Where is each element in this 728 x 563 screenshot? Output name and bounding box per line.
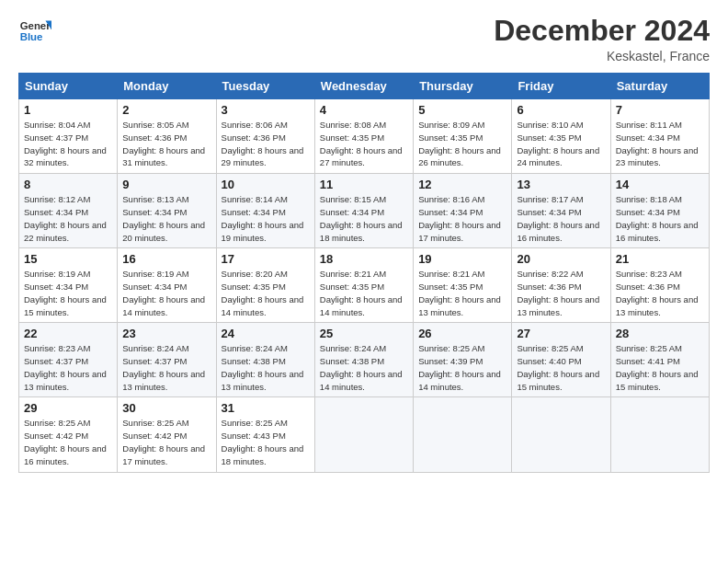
day-number: 10 xyxy=(222,178,310,191)
day-number: 24 xyxy=(222,327,310,340)
day-cell-1: 1Sunrise: 8:04 AMSunset: 4:37 PMDaylight… xyxy=(19,99,118,174)
day-info: Sunrise: 8:23 AMSunset: 4:36 PMDaylight:… xyxy=(616,268,704,318)
day-number: 17 xyxy=(222,252,310,266)
title-block: December 2024 Keskastel, France xyxy=(494,15,710,63)
day-info: Sunrise: 8:05 AMSunset: 4:36 PMDaylight:… xyxy=(122,119,210,169)
day-info: Sunrise: 8:11 AMSunset: 4:34 PMDaylight:… xyxy=(616,119,704,169)
day-cell-28: 28Sunrise: 8:25 AMSunset: 4:41 PMDayligh… xyxy=(610,323,709,397)
calendar-table: SundayMondayTuesdayWednesdayThursdayFrid… xyxy=(18,73,710,472)
day-cell-30: 30Sunrise: 8:25 AMSunset: 4:42 PMDayligh… xyxy=(118,397,216,472)
day-info: Sunrise: 8:25 AMSunset: 4:41 PMDaylight:… xyxy=(616,342,704,393)
empty-cell xyxy=(314,397,413,472)
day-number: 2 xyxy=(122,103,210,117)
day-number: 21 xyxy=(616,252,704,266)
day-number: 25 xyxy=(320,327,408,340)
day-cell-25: 25Sunrise: 8:24 AMSunset: 4:38 PMDayligh… xyxy=(314,323,413,397)
header-row: SundayMondayTuesdayWednesdayThursdayFrid… xyxy=(19,74,710,99)
day-number: 11 xyxy=(320,178,408,191)
day-info: Sunrise: 8:20 AMSunset: 4:35 PMDaylight:… xyxy=(222,268,310,318)
day-info: Sunrise: 8:22 AMSunset: 4:36 PMDaylight:… xyxy=(517,268,605,318)
day-number: 12 xyxy=(418,178,506,191)
logo-icon: General Blue xyxy=(18,15,51,48)
day-number: 3 xyxy=(222,103,310,117)
svg-text:Blue: Blue xyxy=(20,31,43,42)
day-number: 13 xyxy=(517,178,605,191)
day-number: 31 xyxy=(222,401,310,415)
day-cell-3: 3Sunrise: 8:06 AMSunset: 4:36 PMDaylight… xyxy=(216,99,314,174)
day-info: Sunrise: 8:17 AMSunset: 4:34 PMDaylight:… xyxy=(517,193,605,244)
page: General Blue December 2024 Keskastel, Fr… xyxy=(0,0,728,563)
day-cell-10: 10Sunrise: 8:14 AMSunset: 4:34 PMDayligh… xyxy=(216,174,314,248)
day-info: Sunrise: 8:19 AMSunset: 4:34 PMDaylight:… xyxy=(24,268,112,318)
day-cell-5: 5Sunrise: 8:09 AMSunset: 4:35 PMDaylight… xyxy=(414,99,512,174)
day-number: 20 xyxy=(517,252,605,266)
day-info: Sunrise: 8:12 AMSunset: 4:34 PMDaylight:… xyxy=(24,193,112,244)
day-cell-18: 18Sunrise: 8:21 AMSunset: 4:35 PMDayligh… xyxy=(314,248,413,323)
day-info: Sunrise: 8:21 AMSunset: 4:35 PMDaylight:… xyxy=(418,268,506,318)
day-cell-6: 6Sunrise: 8:10 AMSunset: 4:35 PMDaylight… xyxy=(512,99,610,174)
day-number: 23 xyxy=(122,327,210,340)
day-cell-21: 21Sunrise: 8:23 AMSunset: 4:36 PMDayligh… xyxy=(610,248,709,323)
day-info: Sunrise: 8:24 AMSunset: 4:37 PMDaylight:… xyxy=(122,342,210,393)
day-cell-17: 17Sunrise: 8:20 AMSunset: 4:35 PMDayligh… xyxy=(216,248,314,323)
day-number: 18 xyxy=(320,252,408,266)
day-info: Sunrise: 8:10 AMSunset: 4:35 PMDaylight:… xyxy=(517,119,605,169)
day-number: 7 xyxy=(616,103,704,117)
day-cell-26: 26Sunrise: 8:25 AMSunset: 4:39 PMDayligh… xyxy=(414,323,512,397)
day-info: Sunrise: 8:23 AMSunset: 4:37 PMDaylight:… xyxy=(24,342,112,393)
column-header-friday: Friday xyxy=(512,74,610,99)
day-info: Sunrise: 8:06 AMSunset: 4:36 PMDaylight:… xyxy=(222,119,310,169)
day-cell-15: 15Sunrise: 8:19 AMSunset: 4:34 PMDayligh… xyxy=(19,248,118,323)
header: General Blue December 2024 Keskastel, Fr… xyxy=(18,15,710,63)
day-info: Sunrise: 8:15 AMSunset: 4:34 PMDaylight:… xyxy=(320,193,408,244)
week-row-2: 8Sunrise: 8:12 AMSunset: 4:34 PMDaylight… xyxy=(19,174,710,248)
day-info: Sunrise: 8:25 AMSunset: 4:42 PMDaylight:… xyxy=(24,417,112,467)
day-number: 27 xyxy=(517,327,605,340)
day-number: 15 xyxy=(24,252,112,266)
day-number: 19 xyxy=(418,252,506,266)
day-number: 16 xyxy=(122,252,210,266)
day-cell-8: 8Sunrise: 8:12 AMSunset: 4:34 PMDaylight… xyxy=(19,174,118,248)
column-header-saturday: Saturday xyxy=(610,74,709,99)
day-cell-22: 22Sunrise: 8:23 AMSunset: 4:37 PMDayligh… xyxy=(19,323,118,397)
column-header-thursday: Thursday xyxy=(414,74,512,99)
day-info: Sunrise: 8:14 AMSunset: 4:34 PMDaylight:… xyxy=(222,193,310,244)
day-cell-11: 11Sunrise: 8:15 AMSunset: 4:34 PMDayligh… xyxy=(314,174,413,248)
day-cell-19: 19Sunrise: 8:21 AMSunset: 4:35 PMDayligh… xyxy=(414,248,512,323)
empty-cell xyxy=(512,397,610,472)
day-info: Sunrise: 8:04 AMSunset: 4:37 PMDaylight:… xyxy=(24,119,112,169)
location: Keskastel, France xyxy=(494,49,710,63)
week-row-3: 15Sunrise: 8:19 AMSunset: 4:34 PMDayligh… xyxy=(19,248,710,323)
day-cell-12: 12Sunrise: 8:16 AMSunset: 4:34 PMDayligh… xyxy=(414,174,512,248)
day-number: 22 xyxy=(24,327,112,340)
day-cell-16: 16Sunrise: 8:19 AMSunset: 4:34 PMDayligh… xyxy=(118,248,216,323)
day-info: Sunrise: 8:24 AMSunset: 4:38 PMDaylight:… xyxy=(320,342,408,393)
day-info: Sunrise: 8:21 AMSunset: 4:35 PMDaylight:… xyxy=(320,268,408,318)
column-header-sunday: Sunday xyxy=(19,74,118,99)
day-info: Sunrise: 8:16 AMSunset: 4:34 PMDaylight:… xyxy=(418,193,506,244)
day-info: Sunrise: 8:19 AMSunset: 4:34 PMDaylight:… xyxy=(122,268,210,318)
day-info: Sunrise: 8:08 AMSunset: 4:35 PMDaylight:… xyxy=(320,119,408,169)
day-number: 1 xyxy=(24,103,112,117)
day-cell-29: 29Sunrise: 8:25 AMSunset: 4:42 PMDayligh… xyxy=(19,397,118,472)
day-cell-24: 24Sunrise: 8:24 AMSunset: 4:38 PMDayligh… xyxy=(216,323,314,397)
day-number: 30 xyxy=(122,401,210,415)
day-info: Sunrise: 8:25 AMSunset: 4:43 PMDaylight:… xyxy=(222,417,310,467)
week-row-4: 22Sunrise: 8:23 AMSunset: 4:37 PMDayligh… xyxy=(19,323,710,397)
day-cell-13: 13Sunrise: 8:17 AMSunset: 4:34 PMDayligh… xyxy=(512,174,610,248)
column-header-monday: Monday xyxy=(118,74,216,99)
day-cell-4: 4Sunrise: 8:08 AMSunset: 4:35 PMDaylight… xyxy=(314,99,413,174)
day-info: Sunrise: 8:13 AMSunset: 4:34 PMDaylight:… xyxy=(122,193,210,244)
week-row-1: 1Sunrise: 8:04 AMSunset: 4:37 PMDaylight… xyxy=(19,99,710,174)
day-number: 8 xyxy=(24,178,112,191)
day-info: Sunrise: 8:09 AMSunset: 4:35 PMDaylight:… xyxy=(418,119,506,169)
day-info: Sunrise: 8:25 AMSunset: 4:42 PMDaylight:… xyxy=(122,417,210,467)
day-cell-27: 27Sunrise: 8:25 AMSunset: 4:40 PMDayligh… xyxy=(512,323,610,397)
day-number: 26 xyxy=(418,327,506,340)
column-header-tuesday: Tuesday xyxy=(216,74,314,99)
day-cell-20: 20Sunrise: 8:22 AMSunset: 4:36 PMDayligh… xyxy=(512,248,610,323)
day-number: 14 xyxy=(616,178,704,191)
day-info: Sunrise: 8:25 AMSunset: 4:39 PMDaylight:… xyxy=(418,342,506,393)
day-number: 29 xyxy=(24,401,112,415)
day-cell-14: 14Sunrise: 8:18 AMSunset: 4:34 PMDayligh… xyxy=(610,174,709,248)
